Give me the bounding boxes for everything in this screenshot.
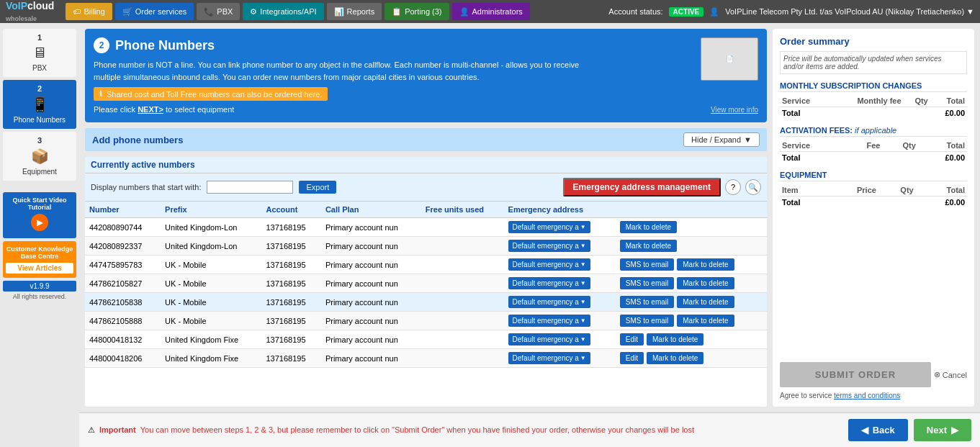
monthly-total-val: £0.00 <box>930 107 967 119</box>
default-emergency-button[interactable]: Default emergency a ▼ <box>508 221 590 233</box>
cell-callplan: Primary account nun <box>321 237 421 256</box>
mark-delete-button[interactable]: Mark to delete <box>620 240 677 252</box>
monthly-table: Service Monthly fee Qty Total Total £0.0… <box>780 95 967 119</box>
export-button[interactable]: Export <box>299 181 336 194</box>
mark-delete-button[interactable]: Mark to delete <box>677 258 734 271</box>
cell-callplan: Primary account nun <box>321 293 421 312</box>
default-emergency-button[interactable]: Default emergency a ▼ <box>508 258 590 271</box>
hide-expand-button[interactable]: Hide / Expand ▼ <box>683 132 760 147</box>
version-badge: v1.9.9 <box>3 281 76 292</box>
nav-right: Account status: ACTIVE 👤 VoIPLine Teleco… <box>608 7 974 17</box>
dropdown-arrow-icon: ▼ <box>580 243 586 249</box>
view-more-link[interactable]: View more info <box>711 106 758 114</box>
activation-col-service: Service <box>780 140 846 152</box>
mark-delete-button[interactable]: Mark to delete <box>647 333 703 346</box>
equipment-sidebar-icon: 📦 <box>31 148 49 165</box>
mark-delete-button[interactable]: Mark to delete <box>677 277 734 289</box>
sms-email-button[interactable]: SMS to email <box>620 277 674 289</box>
cell-callplan: Primary account nun <box>321 256 421 274</box>
activation-title: ACTIVATION FEES: if applicable <box>780 126 967 137</box>
dropdown-arrow-icon: ▼ <box>580 336 586 343</box>
cell-prefix: UK - Mobile <box>161 312 261 330</box>
dropdown-arrow-icon: ▼ <box>580 224 586 230</box>
top-navigation: VoIPcloud wholesale 🏷 Billing 🛒 Order se… <box>0 0 980 23</box>
nav-tab-reports[interactable]: 📊 Reports <box>327 3 382 20</box>
cell-prefix: UK - Mobile <box>161 274 261 293</box>
page-description: Phone number is NOT a line. You can link… <box>94 59 598 83</box>
cell-callplan: Primary account nun <box>321 349 421 368</box>
edit-button[interactable]: Edit <box>620 352 644 364</box>
table-row: 447862105827 UK - Mobile 137168195 Prima… <box>85 274 767 293</box>
cell-free-units <box>421 349 504 368</box>
cell-account: 137168195 <box>261 330 320 349</box>
action-cell: SMS to emailMark to delete <box>620 258 763 271</box>
cell-actions: SMS to emailMark to delete <box>616 312 767 330</box>
cell-account: 137168195 <box>261 274 320 293</box>
default-emergency-button[interactable]: Default emergency a ▼ <box>508 333 590 346</box>
nav-tab-porting[interactable]: 📋 Porting (3) <box>385 3 449 20</box>
cell-free-units <box>421 256 504 274</box>
sidebar-item-pbx[interactable]: 1 🖥 PBX <box>3 29 76 77</box>
emergency-address-button[interactable]: Emergency address management <box>563 178 721 197</box>
warning-label: Important <box>99 425 136 434</box>
default-emergency-button[interactable]: Default emergency a ▼ <box>508 277 590 289</box>
currently-active-label: Currently active numbers <box>85 157 767 173</box>
billing-icon: 🏷 <box>73 7 81 16</box>
dropdown-arrow-icon: ▼ <box>580 299 586 305</box>
chevron-down-icon: ▼ <box>744 135 752 144</box>
sidebar-item-phone-numbers[interactable]: 2 📱 Phone Numbers <box>3 80 76 129</box>
activation-col-fee: Fee <box>846 140 883 152</box>
action-cell: EditMark to delete <box>620 352 763 364</box>
equip-col-total: Total <box>916 184 967 197</box>
sidebar-item-equipment[interactable]: 3 📦 Equipment <box>3 132 76 181</box>
mark-delete-button[interactable]: Mark to delete <box>677 296 734 308</box>
info-icon-button[interactable]: ? <box>725 179 741 195</box>
table-row: 442080892337 United Kingdom-Lon 13716819… <box>85 237 767 256</box>
next-button[interactable]: Next ▶ <box>914 419 971 441</box>
edit-button[interactable]: Edit <box>620 333 644 346</box>
search-input[interactable] <box>207 181 293 194</box>
cancel-button[interactable]: ⊗ Cancel <box>934 370 967 379</box>
terms-link[interactable]: terms and conditions <box>834 392 900 399</box>
cell-free-units <box>421 237 504 256</box>
nav-tab-pbx[interactable]: 📞 PBX <box>197 3 240 20</box>
cell-free-units <box>421 312 504 330</box>
next-instruction: Please click NEXT> to select equipment <box>94 105 758 114</box>
sms-email-button[interactable]: SMS to email <box>620 315 674 327</box>
monthly-col-total: Total <box>930 95 967 107</box>
col-prefix: Prefix <box>161 202 261 218</box>
cell-account: 137168195 <box>261 312 320 330</box>
nav-tab-administrators[interactable]: 👤 Administrators <box>452 3 530 20</box>
default-emergency-button[interactable]: Default emergency a ▼ <box>508 315 590 327</box>
action-cell: Mark to delete <box>620 221 763 233</box>
mark-delete-button[interactable]: Mark to delete <box>677 315 734 327</box>
cell-free-units <box>421 218 504 237</box>
next-link[interactable]: NEXT> <box>138 105 163 114</box>
submit-order-button[interactable]: SUBMIT ORDER <box>780 362 931 387</box>
default-emergency-button[interactable]: Default emergency a ▼ <box>508 296 590 308</box>
warning-message: ⚠ Important You can move between steps 1… <box>88 425 694 435</box>
order-summary-title: Order summary <box>780 36 967 47</box>
integrations-icon: ⚙ <box>250 7 257 17</box>
nav-tab-integrations[interactable]: ⚙ Integrations/API <box>243 3 323 20</box>
user-name[interactable]: VoIPLine Telecom Pty Ltd. t/as VoIPcloud… <box>725 7 974 16</box>
pbx-sidebar-icon: 🖥 <box>32 45 47 61</box>
search-icon-button[interactable]: 🔍 <box>745 179 761 195</box>
sms-email-button[interactable]: SMS to email <box>620 258 674 271</box>
back-button[interactable]: ◀ Back <box>848 419 908 441</box>
cell-actions: SMS to emailMark to delete <box>616 293 767 312</box>
mark-delete-button[interactable]: Mark to delete <box>620 221 677 233</box>
nav-tab-billing[interactable]: 🏷 Billing <box>66 3 112 20</box>
view-articles-button[interactable]: View Articles <box>6 263 73 274</box>
sms-email-button[interactable]: SMS to email <box>620 296 674 308</box>
toolbar-left: Display numbers that start with: Export <box>91 181 336 194</box>
nav-tab-order-services[interactable]: 🛒 Order services <box>115 3 194 20</box>
col-number: Number <box>85 202 161 218</box>
mark-delete-button[interactable]: Mark to delete <box>647 352 703 364</box>
default-emergency-button[interactable]: Default emergency a ▼ <box>508 352 590 364</box>
equip-col-item: Item <box>780 184 828 197</box>
play-button[interactable]: ▶ <box>31 214 48 231</box>
col-free-units: Free units used <box>421 202 504 218</box>
sidebar-num-2: 2 <box>37 84 42 93</box>
default-emergency-button[interactable]: Default emergency a ▼ <box>508 240 590 252</box>
